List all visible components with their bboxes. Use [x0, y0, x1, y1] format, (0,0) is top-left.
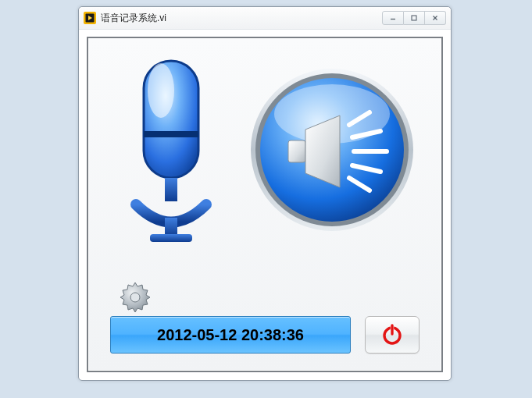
svg-rect-9 — [144, 131, 198, 137]
svg-point-8 — [148, 63, 174, 118]
microphone-icon — [112, 56, 230, 243]
titlebar: 语音记录系统.vi — [79, 7, 451, 30]
svg-rect-12 — [150, 234, 192, 242]
maximize-button[interactable] — [404, 11, 425, 25]
timestamp-display: 2012-05-12 20:38:36 — [110, 316, 351, 354]
svg-point-24 — [130, 293, 140, 302]
app-window: 语音记录系统.vi — [78, 6, 452, 381]
playback-button[interactable] — [246, 64, 418, 239]
window-controls — [382, 11, 446, 25]
bottom-row: 2012-05-12 20:38:36 — [110, 316, 420, 354]
svg-rect-10 — [165, 178, 177, 201]
client-area: 2012-05-12 20:38:36 — [87, 37, 443, 372]
power-icon — [380, 323, 404, 346]
speaker-icon — [246, 64, 418, 236]
minimize-button[interactable] — [382, 11, 404, 25]
app-icon — [84, 12, 96, 24]
svg-rect-17 — [288, 140, 305, 162]
svg-rect-11 — [165, 218, 177, 236]
main-buttons-row — [104, 54, 426, 249]
record-button[interactable] — [112, 56, 230, 247]
svg-rect-4 — [412, 16, 416, 20]
settings-button[interactable] — [118, 280, 152, 314]
power-button[interactable] — [365, 316, 420, 354]
gear-icon — [118, 280, 152, 314]
close-button[interactable] — [425, 11, 446, 25]
window-title: 语音记录系统.vi — [101, 12, 382, 25]
